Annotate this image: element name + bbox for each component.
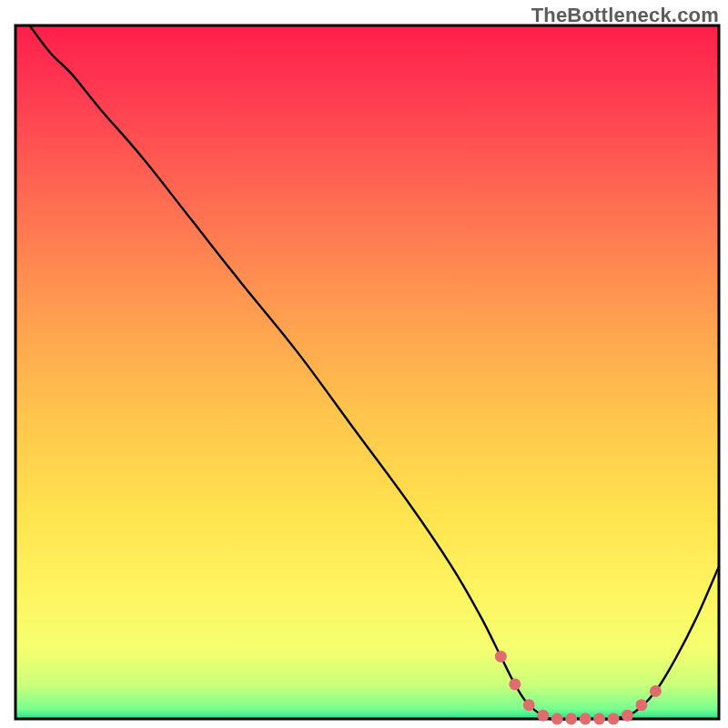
chart-stage: TheBottleneck.com xyxy=(0,0,728,728)
highlight-marker xyxy=(495,651,507,662)
highlight-marker xyxy=(622,710,633,722)
bottleneck-chart xyxy=(0,0,728,728)
highlight-marker xyxy=(608,713,620,725)
highlight-marker xyxy=(523,699,535,711)
highlight-marker xyxy=(565,713,577,725)
watermark-text: TheBottleneck.com xyxy=(531,4,719,27)
highlight-marker xyxy=(580,713,592,725)
highlight-marker xyxy=(650,685,662,697)
highlight-marker xyxy=(551,713,563,725)
highlight-marker xyxy=(593,713,605,725)
highlight-marker xyxy=(635,699,647,711)
highlight-marker xyxy=(509,678,521,690)
plot-background xyxy=(15,25,719,719)
highlight-marker xyxy=(537,710,549,722)
